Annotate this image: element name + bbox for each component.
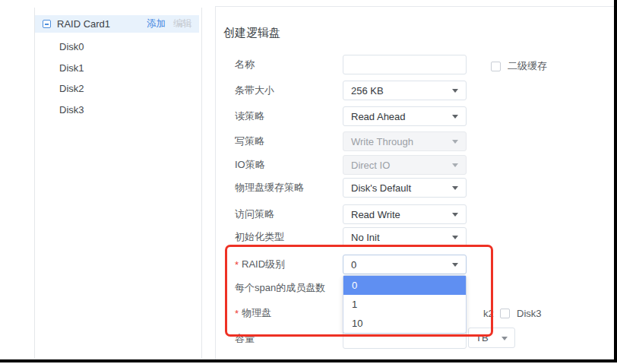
chevron-down-icon [452, 163, 458, 167]
capacity-unit-value: TB [476, 332, 489, 343]
secondary-cache-label: 二级缓存 [508, 59, 547, 73]
edit-link[interactable]: 编辑 [173, 17, 192, 30]
init-type-value: No Init [351, 232, 380, 243]
span-members-label: 每个span的成员盘数 [235, 281, 356, 295]
disk-cache-policy-select[interactable]: Disk's Default [343, 178, 467, 198]
access-policy-value: Read Write [351, 209, 400, 220]
chevron-down-icon [452, 140, 458, 144]
disk3-label: Disk3 [517, 308, 542, 319]
raid-level-value: 0 [351, 259, 356, 271]
init-type-label: 初始化类型 [235, 230, 343, 244]
capacity-label: 容量 [235, 332, 343, 346]
tree-node-disk3[interactable]: Disk3 [59, 103, 84, 118]
required-asterisk: * [235, 259, 239, 271]
physical-disks-label: * 物理盘 [235, 306, 343, 320]
page-title: 创建逻辑盘 [223, 26, 280, 40]
disk2-label-fragment: k2 [483, 308, 494, 319]
screenshot-frame: RAID Card1 添加 编辑 Disk0 Disk1 Disk2 Disk3… [0, 0, 617, 364]
write-policy-value: Write Through [351, 136, 413, 147]
capacity-unit-select[interactable]: TB [468, 328, 515, 348]
required-asterisk: * [235, 308, 239, 319]
raid-card-label: RAID Card1 [57, 18, 110, 30]
disk3-checkbox[interactable] [500, 309, 510, 318]
field-row-stripe-size: 条带大小 256 KB [235, 81, 614, 100]
stripe-size-select[interactable]: 256 KB [343, 81, 467, 100]
tree-node-disk1[interactable]: Disk1 [59, 61, 84, 76]
write-policy-label: 写策略 [235, 135, 343, 148]
write-policy-select: Write Through [343, 131, 467, 151]
screenshot-right-border [614, 0, 617, 362]
raid-level-label: * RAID级别 [235, 258, 343, 271]
chevron-down-icon [452, 89, 458, 93]
chevron-down-icon [502, 337, 508, 340]
stripe-size-value: 256 KB [351, 85, 384, 97]
field-row-read-policy: 读策略 Read Ahead [235, 106, 614, 126]
tree-node-disk0[interactable]: Disk0 [59, 40, 84, 55]
field-row-init-type: 初始化类型 No Init [235, 227, 614, 247]
tree-node-raid-card[interactable]: RAID Card1 添加 编辑 [35, 15, 199, 33]
secondary-cache-group: 二级缓存 [491, 59, 547, 73]
dropdown-option-0[interactable]: 0 [343, 276, 466, 295]
read-policy-select[interactable]: Read Ahead [343, 106, 467, 126]
read-policy-value: Read Ahead [351, 111, 406, 122]
secondary-cache-checkbox[interactable] [491, 62, 501, 71]
chevron-down-icon [452, 115, 458, 119]
chevron-down-icon [452, 263, 458, 267]
tree-row-actions: 添加 编辑 [147, 17, 192, 30]
chevron-down-icon [452, 236, 458, 239]
access-policy-select[interactable]: Read Write [343, 204, 467, 224]
access-policy-label: 访问策略 [235, 207, 343, 221]
chevron-down-icon [452, 213, 458, 217]
raid-level-dropdown: 0 1 10 [343, 275, 467, 334]
name-input[interactable] [343, 55, 467, 74]
disk-cache-policy-label: 物理盘缓存策略 [235, 181, 343, 195]
field-row-write-policy: 写策略 Write Through [235, 131, 614, 151]
init-type-select[interactable]: No Init [343, 227, 467, 247]
io-policy-value: Direct IO [351, 160, 390, 171]
sidebar-left-border [34, 8, 35, 359]
read-policy-label: 读策略 [235, 109, 343, 123]
screenshot-bottom-border [0, 359, 617, 362]
field-row-disk-cache-policy: 物理盘缓存策略 Disk's Default [235, 178, 614, 198]
field-row-raid-level: * RAID级别 0 [235, 255, 614, 274]
collapse-minus-icon[interactable] [43, 20, 51, 28]
field-row-name: 名称 二级缓存 [235, 55, 614, 74]
tree-node-disk2[interactable]: Disk2 [59, 81, 84, 97]
io-policy-select: Direct IO [343, 155, 467, 175]
field-row-io-policy: IO策略 Direct IO [235, 155, 614, 175]
stripe-size-label: 条带大小 [235, 84, 343, 97]
name-label: 名称 [235, 58, 343, 71]
create-logical-disk-panel: 创建逻辑盘 名称 二级缓存 条带大小 256 KB 读策略 Read Ahead [215, 6, 614, 362]
field-row-access-policy: 访问策略 Read Write [235, 204, 614, 224]
io-policy-label: IO策略 [235, 158, 343, 172]
dropdown-option-1[interactable]: 1 [343, 295, 466, 314]
chevron-down-icon [452, 186, 458, 190]
dropdown-option-10[interactable]: 10 [343, 314, 466, 333]
raid-level-select[interactable]: 0 [343, 255, 467, 274]
sidebar-divider [201, 8, 202, 359]
disk-cache-policy-value: Disk's Default [351, 182, 411, 194]
add-link[interactable]: 添加 [147, 17, 166, 30]
